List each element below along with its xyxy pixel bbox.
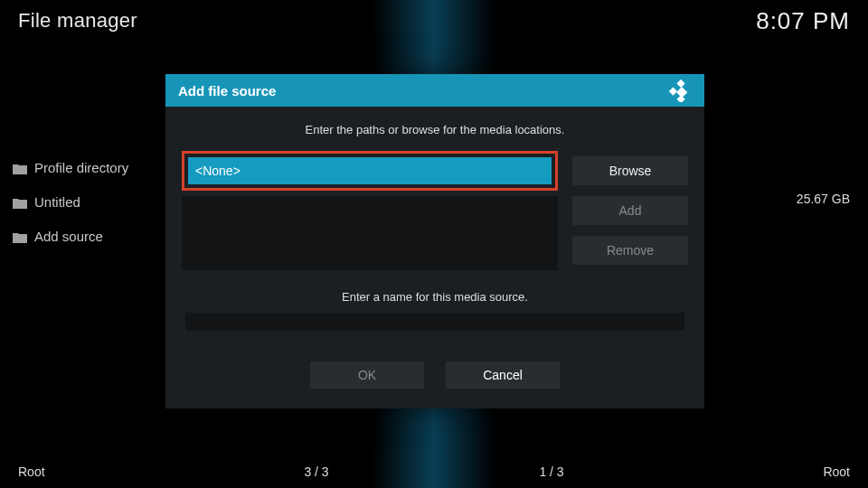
disk-free-space: 25.67 GB bbox=[797, 192, 850, 206]
source-name-input[interactable] bbox=[185, 313, 684, 331]
clock: 8:07 PM bbox=[756, 7, 850, 35]
status-bar: Root 3 / 3 1 / 3 Root bbox=[0, 455, 868, 488]
path-input[interactable]: <None> bbox=[188, 157, 552, 184]
svg-rect-1 bbox=[669, 87, 677, 95]
page-title: File manager bbox=[18, 9, 137, 33]
path-right: Root bbox=[615, 465, 850, 479]
count-left: 3 / 3 bbox=[253, 465, 380, 479]
svg-rect-0 bbox=[676, 80, 684, 88]
count-right: 1 / 3 bbox=[488, 465, 615, 479]
instruction-name: Enter a name for this media source. bbox=[182, 290, 688, 304]
kodi-logo-icon bbox=[668, 79, 692, 102]
path-left: Root bbox=[18, 465, 253, 479]
path-list[interactable] bbox=[182, 196, 558, 270]
add-file-source-dialog: Add file source Enter the paths or brows… bbox=[165, 74, 704, 408]
instruction-paths: Enter the paths or browse for the media … bbox=[182, 123, 688, 136]
dialog-header: Add file source bbox=[165, 74, 704, 107]
svg-rect-3 bbox=[676, 95, 684, 102]
sidebar-item-label: Untitled bbox=[34, 194, 80, 210]
folder-icon bbox=[13, 230, 27, 241]
folder-icon bbox=[13, 196, 27, 207]
path-input-highlight: <None> bbox=[182, 151, 558, 191]
remove-button[interactable]: Remove bbox=[572, 236, 688, 265]
folder-icon bbox=[13, 162, 27, 173]
app-header: File manager 8:07 PM bbox=[0, 0, 868, 42]
add-button[interactable]: Add bbox=[572, 196, 688, 225]
dialog-title: Add file source bbox=[178, 83, 276, 99]
cancel-button[interactable]: Cancel bbox=[446, 361, 560, 389]
sidebar-item-label: Add source bbox=[34, 229, 103, 244]
sidebar-item-label: Profile directory bbox=[34, 160, 128, 175]
browse-button[interactable]: Browse bbox=[572, 156, 688, 185]
dialog-body: Enter the paths or browse for the media … bbox=[165, 107, 704, 408]
ok-button[interactable]: OK bbox=[310, 361, 424, 389]
